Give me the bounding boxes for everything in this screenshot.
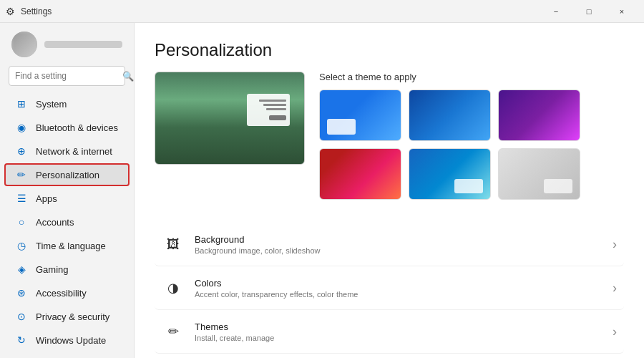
theme-section: Select a theme to apply: [319, 72, 624, 200]
sidebar-item-apps[interactable]: ☰Apps: [4, 187, 130, 210]
sidebar-item-system[interactable]: ⊞System: [4, 92, 130, 115]
maximize-button[interactable]: □: [572, 0, 605, 23]
sidebar-item-label-time: Time & language: [36, 241, 106, 251]
network-nav-icon: ⊕: [16, 145, 27, 157]
search-icon: 🔍: [122, 71, 134, 82]
theme-label: Select a theme to apply: [319, 72, 624, 82]
sidebar-item-label-privacy: Privacy & security: [36, 311, 109, 322]
sidebar-item-label-update: Windows Update: [36, 335, 106, 346]
settings-item-themes[interactable]: ✏ThemesInstall, create, manage›: [155, 310, 624, 354]
bluetooth-nav-icon: ◉: [16, 122, 27, 133]
nav-list: ⊞System◉Bluetooth & devices⊕Network & in…: [0, 92, 134, 352]
accessibility-nav-icon: ⊛: [16, 287, 27, 299]
close-button[interactable]: ×: [605, 0, 638, 23]
background-title: Background: [195, 234, 602, 245]
sidebar-item-update[interactable]: ↻Windows Update: [4, 329, 130, 352]
themes-title: Themes: [195, 321, 602, 332]
title-bar: ⚙ Settings − □ ×: [0, 0, 644, 23]
settings-list: 🖼BackgroundBackground image, color, slid…: [155, 223, 624, 358]
accounts-nav-icon: ○: [16, 216, 27, 228]
sidebar-item-accounts[interactable]: ○Accounts: [4, 211, 130, 233]
app-icon: ⚙: [6, 6, 15, 17]
sidebar-item-label-network: Network & internet: [36, 146, 112, 157]
page-title: Personalization: [155, 40, 624, 60]
theme-item-5[interactable]: [498, 148, 580, 200]
wallpaper-preview: [155, 72, 305, 165]
sidebar-item-label-accessibility: Accessibility: [36, 288, 87, 299]
themes-subtitle: Install, create, manage: [195, 334, 602, 342]
colors-title: Colors: [195, 278, 602, 289]
sidebar-item-personalization[interactable]: ✏Personalization: [4, 163, 130, 186]
background-text: BackgroundBackground image, color, slide…: [195, 234, 602, 255]
system-nav-icon: ⊞: [16, 98, 27, 110]
preview-dialog: [247, 94, 290, 126]
sidebar-item-label-accounts: Accounts: [36, 217, 74, 228]
title-bar-left: ⚙ Settings: [6, 6, 52, 17]
theme-item-0[interactable]: [319, 90, 401, 141]
colors-settings-icon: ◑: [162, 276, 185, 299]
theme-grid: [319, 90, 624, 200]
colors-subtitle: Accent color, transparency effects, colo…: [195, 290, 602, 299]
colors-text: ColorsAccent color, transparency effects…: [195, 278, 602, 299]
sidebar-item-privacy[interactable]: ⊙Privacy & security: [4, 305, 130, 328]
background-subtitle: Background image, color, slideshow: [195, 246, 602, 255]
gaming-nav-icon: ◈: [16, 263, 27, 275]
avatar: [11, 32, 37, 57]
avatar-name: [44, 41, 122, 48]
search-input[interactable]: [15, 71, 122, 81]
sidebar-item-network[interactable]: ⊕Network & internet: [4, 140, 130, 163]
privacy-nav-icon: ⊙: [16, 311, 27, 322]
themes-chevron-icon: ›: [613, 324, 617, 339]
top-section: Select a theme to apply: [155, 72, 624, 214]
time-nav-icon: ◷: [16, 240, 27, 251]
sidebar-item-accessibility[interactable]: ⊛Accessibility: [4, 281, 130, 304]
theme-item-2[interactable]: [498, 90, 580, 141]
theme-item-4[interactable]: [409, 148, 491, 200]
sidebar-item-label-bluetooth: Bluetooth & devices: [36, 122, 118, 133]
personalization-nav-icon: ✏: [16, 169, 27, 180]
themes-settings-icon: ✏: [162, 320, 185, 343]
apps-nav-icon: ☰: [16, 193, 27, 204]
sidebar-item-label-apps: Apps: [36, 193, 57, 204]
sidebar-item-gaming[interactable]: ◈Gaming: [4, 258, 130, 281]
sidebar-item-label-personalization: Personalization: [36, 170, 99, 180]
sidebar: 🔍 ⊞System◉Bluetooth & devices⊕Network & …: [0, 23, 135, 358]
colors-chevron-icon: ›: [613, 281, 617, 296]
sidebar-item-label-gaming: Gaming: [36, 264, 69, 275]
background-settings-icon: 🖼: [162, 233, 185, 256]
main-layout: 🔍 ⊞System◉Bluetooth & devices⊕Network & …: [0, 23, 644, 358]
theme-item-1[interactable]: [409, 90, 491, 141]
search-box[interactable]: 🔍: [9, 66, 125, 86]
app-title: Settings: [21, 6, 52, 16]
sidebar-item-time[interactable]: ◷Time & language: [4, 234, 130, 257]
settings-item-lockscreen[interactable]: ⊟Lock screenLock screen images, apps, an…: [155, 354, 624, 358]
update-nav-icon: ↻: [16, 334, 27, 346]
settings-item-background[interactable]: 🖼BackgroundBackground image, color, slid…: [155, 223, 624, 266]
background-chevron-icon: ›: [613, 237, 617, 252]
settings-item-colors[interactable]: ◑ColorsAccent color, transparency effect…: [155, 266, 624, 310]
sidebar-item-bluetooth[interactable]: ◉Bluetooth & devices: [4, 116, 130, 139]
minimize-button[interactable]: −: [540, 0, 572, 23]
title-bar-controls: − □ ×: [540, 0, 638, 23]
avatar-section: [0, 23, 134, 63]
theme-item-3[interactable]: [319, 148, 401, 200]
themes-text: ThemesInstall, create, manage: [195, 321, 602, 342]
sidebar-item-label-system: System: [36, 99, 67, 110]
content-area: Personalization Select a theme to apply: [135, 23, 644, 358]
